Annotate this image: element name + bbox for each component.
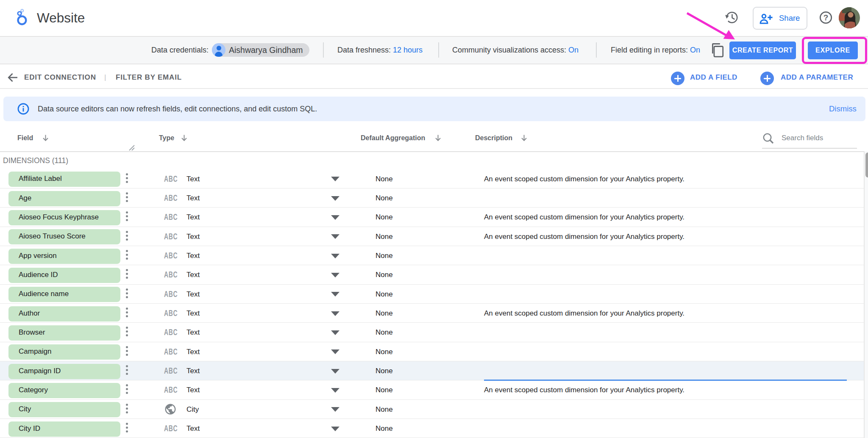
svg-text:?: ? bbox=[823, 13, 829, 22]
